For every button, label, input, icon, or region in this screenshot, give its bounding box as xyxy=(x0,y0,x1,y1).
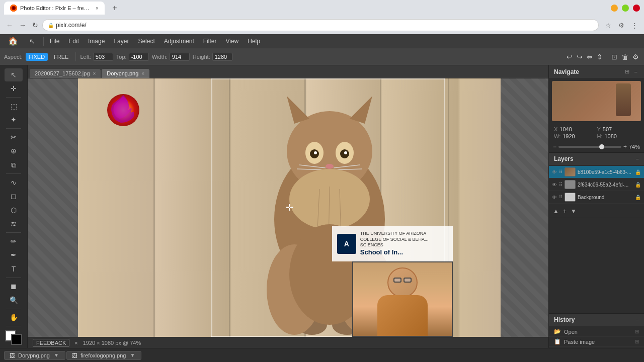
layer-1-visibility-icon[interactable]: 👁 xyxy=(552,169,557,175)
color-preview[interactable] xyxy=(5,330,22,345)
layer-move-up-btn[interactable]: ▲ xyxy=(552,207,560,216)
canvas-tab-1[interactable]: 20200527_175602.jpg × xyxy=(30,69,101,78)
redo-button[interactable]: ↪ xyxy=(576,52,584,62)
zoom-slider[interactable] xyxy=(558,146,621,148)
background-color[interactable] xyxy=(11,334,22,345)
canvas-tab-2[interactable]: Dorypng.png × xyxy=(102,69,149,78)
layer-add-btn[interactable]: + xyxy=(562,207,568,216)
menu-image[interactable]: Image xyxy=(84,36,109,46)
height-input[interactable] xyxy=(212,53,232,61)
width-input[interactable] xyxy=(170,53,190,61)
minimize-button[interactable] xyxy=(611,5,618,12)
forward-button[interactable]: → xyxy=(17,20,28,30)
layer-bg-visibility-icon[interactable]: 👁 xyxy=(552,195,557,200)
feedback-label[interactable]: FEEDBACK xyxy=(33,339,69,347)
layer-2-lock-icon[interactable]: 🔒 xyxy=(635,182,641,188)
tab-favicon xyxy=(10,5,17,12)
layer-bg-lock-icon[interactable]: 🔒 xyxy=(635,195,641,200)
flip-h-button[interactable]: ⇔ xyxy=(586,52,594,62)
layer-move-down-btn[interactable]: ▼ xyxy=(570,207,578,216)
new-tab-button[interactable]: + xyxy=(109,2,121,14)
magic-wand-tool[interactable]: ✦ xyxy=(5,114,23,127)
cursor-tool[interactable]: ↖ xyxy=(23,34,41,49)
menu-edit[interactable]: Edit xyxy=(64,36,83,46)
address-bar[interactable]: 🔒 pixlr.com/e/ xyxy=(42,19,599,31)
menu-adjustment[interactable]: Adjustment xyxy=(160,36,198,46)
settings-button[interactable]: ⚙ xyxy=(631,52,640,62)
aspect-free-button[interactable]: FREE xyxy=(51,53,71,61)
brush-tool[interactable]: ∿ xyxy=(5,176,23,189)
navigate-collapse-btn[interactable]: − xyxy=(633,68,639,75)
layer-2-visibility-icon[interactable]: 👁 xyxy=(552,182,557,188)
eraser-tool[interactable]: ◻ xyxy=(5,190,23,203)
lasso-tool[interactable]: ⬚ xyxy=(5,100,23,113)
layers-collapse-btn[interactable]: − xyxy=(636,156,639,162)
menu-filter[interactable]: Filter xyxy=(199,36,221,46)
hand-tool[interactable]: ✋ xyxy=(5,311,23,324)
back-button[interactable]: ← xyxy=(4,20,15,30)
crop-button[interactable]: ⊡ xyxy=(610,52,618,62)
undo-button[interactable]: ↩ xyxy=(566,52,574,62)
shape-tool[interactable]: ◼ xyxy=(5,280,23,293)
taskbar-item-dory[interactable]: 🖼 Dorypng.png ▼ xyxy=(4,351,65,360)
tab-close-icon[interactable]: × xyxy=(96,6,99,11)
flip-v-button[interactable]: ⇕ xyxy=(596,52,604,62)
main-area: ↖ ✛ ⬚ ✦ ✂ ⊕ ⧉ ∿ ◻ ⬡ ≋ ✏ ✒ T ◼ 🔍 ✋ xyxy=(0,65,644,348)
pencil-tool[interactable]: ✒ xyxy=(5,249,23,262)
menu-select[interactable]: Select xyxy=(134,36,158,46)
layer-item-2[interactable]: 👁 ⠿ 2f634c06-55a2-4efd-... 🔒 xyxy=(549,178,644,191)
browser-tab-active[interactable]: Photo Editor : Pixlr E – free imag... × xyxy=(4,2,105,15)
menu-help[interactable]: Help xyxy=(244,36,264,46)
clone-tool[interactable]: ⧉ xyxy=(5,158,23,171)
zoom-tool[interactable]: 🔍 xyxy=(5,294,23,307)
move-tool[interactable]: ✛ xyxy=(5,82,23,96)
history-item-open[interactable]: 📂 Open ⊞ xyxy=(549,327,644,337)
status-bar: FEEDBACK × 1920 × 1080 px @ 74% xyxy=(28,337,548,348)
menu-layer[interactable]: Layer xyxy=(110,36,133,46)
canvas-area[interactable]: ✛ A THE UNIVERSITY OF ARIZONA COLLEGE OF… xyxy=(28,78,548,337)
lock-icon: 🔒 xyxy=(48,23,54,28)
select-tool[interactable]: ↖ xyxy=(5,68,23,81)
history-item-paste[interactable]: 📋 Paste image ⊞ xyxy=(549,337,644,347)
extensions-button[interactable]: ⚙ xyxy=(616,20,627,31)
layer-item-1[interactable]: 👁 ⠿ b8100e59-a1c5-4b63-... 🔒 xyxy=(549,166,644,178)
layer-item-background[interactable]: 👁 ⠿ Background 🔒 xyxy=(549,191,644,204)
maximize-button[interactable] xyxy=(622,5,629,12)
university-text: THE UNIVERSITY OF ARIZONA COLLEGE OF SOC… xyxy=(360,231,448,257)
pen-tool[interactable]: ✏ xyxy=(5,235,23,248)
university-overlay: A THE UNIVERSITY OF ARIZONA COLLEGE OF S… xyxy=(332,226,453,261)
layer-2-drag-icon: ⠿ xyxy=(559,182,562,187)
history-collapse-btn[interactable]: − xyxy=(636,317,639,323)
crop-tool-left[interactable]: ✂ xyxy=(5,131,23,144)
layer-1-lock-icon[interactable]: 🔒 xyxy=(635,169,641,175)
menubar-separator xyxy=(43,37,44,46)
healing-tool[interactable]: ⊕ xyxy=(5,145,23,158)
nav-w-coord: W: 1920 xyxy=(554,133,596,139)
home-icon[interactable]: 🏠 xyxy=(4,34,22,49)
tab2-close[interactable]: × xyxy=(141,71,144,76)
bookmark-button[interactable]: ☆ xyxy=(603,20,614,31)
taskbar-item-firefox-arrow[interactable]: ▼ xyxy=(129,352,136,358)
top-input[interactable] xyxy=(129,53,149,61)
taskbar-item-dory-arrow[interactable]: ▼ xyxy=(53,352,60,358)
menu-view[interactable]: View xyxy=(221,36,243,46)
type-tool[interactable]: T xyxy=(5,262,23,276)
left-input[interactable] xyxy=(93,53,113,61)
app: 🏠 ↖ File Edit Image Layer Select Adjustm… xyxy=(0,34,644,362)
close-button[interactable] xyxy=(633,5,640,12)
webcam-overlay xyxy=(352,261,453,337)
taskbar-item-firefox[interactable]: 🖼 firefoxlogopng.png ▼ xyxy=(66,351,141,360)
feedback-close-icon[interactable]: × xyxy=(74,340,77,346)
layer-bg-thumb-preview xyxy=(565,193,575,201)
navigate-panels-btn[interactable]: ⊞ xyxy=(623,68,631,75)
menu-file[interactable]: File xyxy=(46,36,63,46)
zoom-out-button[interactable]: − xyxy=(553,143,556,150)
blur-tool[interactable]: ≋ xyxy=(5,218,23,231)
delete-button[interactable]: 🗑 xyxy=(620,52,629,62)
menu-button[interactable]: ⋮ xyxy=(629,20,640,31)
tab1-close[interactable]: × xyxy=(93,71,96,76)
zoom-in-button[interactable]: + xyxy=(623,143,627,150)
aspect-fixed-button[interactable]: FIXED xyxy=(26,53,48,61)
fill-tool[interactable]: ⬡ xyxy=(5,204,23,217)
refresh-button[interactable]: ↻ xyxy=(30,20,40,30)
